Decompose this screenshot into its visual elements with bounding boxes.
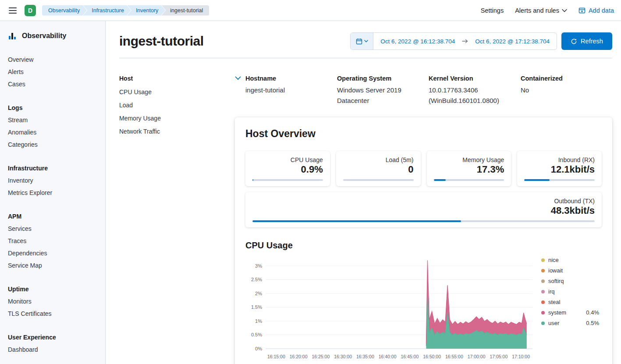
sidebar-group-apm: APM [0, 210, 105, 223]
refresh-icon [571, 38, 577, 45]
alerts-rules-menu[interactable]: Alerts and rules [515, 7, 567, 14]
legend-dot [541, 269, 545, 272]
legend-label: irq [548, 288, 554, 295]
sidebar-item-dashboard[interactable]: Dashboard [0, 343, 105, 356]
svg-text:16:45:00: 16:45:00 [401, 354, 419, 359]
legend-label: softirq [548, 278, 564, 284]
subnav-items: CPU UsageLoadMemory UsageNetwork Traffic [119, 85, 235, 138]
svg-text:2.5%: 2.5% [251, 277, 262, 282]
metric-progress-fill [252, 179, 253, 181]
metric-tiles: CPU Usage0.9%Load (5m)0Memory Usage17.3%… [245, 151, 602, 227]
svg-text:2%: 2% [255, 291, 262, 296]
subnav-item-load[interactable]: Load [119, 99, 235, 112]
metric-progress [343, 179, 414, 181]
add-data-link[interactable]: Add data [578, 7, 614, 14]
page-title: ingest-tutorial [119, 34, 204, 49]
sidebar-title: Observability [22, 32, 66, 40]
svg-text:0.5%: 0.5% [251, 332, 262, 337]
legend-dot [541, 300, 545, 304]
svg-text:3%: 3% [255, 263, 262, 269]
chevron-down-icon [364, 40, 368, 42]
legend-item-softirq[interactable]: softirq [541, 278, 599, 284]
subnav-item-cpu-usage[interactable]: CPU Usage [119, 85, 235, 99]
metric-label: Memory Usage [434, 156, 504, 163]
sidebar-item-alerts[interactable]: Alerts [0, 66, 105, 78]
svg-text:1%: 1% [255, 318, 262, 324]
cpu-usage-title: CPU Usage [245, 240, 602, 251]
cpu-usage-chart[interactable]: 0%0.5%1%1.5%2%2.5%3%16:15:0016:20:0016:2… [245, 253, 537, 363]
chart-legend: niceiowaitsoftirqirqstealsystem0.4%user0… [541, 253, 599, 326]
sidebar-item-categories[interactable]: Categories [0, 138, 105, 151]
metric-label: CPU Usage [252, 156, 323, 163]
host-metadata: Hostnameingest-tutorialOperating SystemW… [235, 75, 612, 106]
svg-text:16:25:00: 16:25:00 [312, 354, 330, 359]
breadcrumb-inventory[interactable]: Inventory [127, 5, 165, 16]
settings-link[interactable]: Settings [481, 7, 504, 14]
sidebar-group-user-experience: User Experience [0, 331, 105, 343]
sidebar-item-anomalies[interactable]: Anomalies [0, 126, 105, 138]
breadcrumb-observability[interactable]: Observability [42, 5, 87, 16]
subnav-heading: Host [119, 75, 235, 85]
observability-logo-icon [8, 32, 17, 40]
metric-label: Inbound (RX) [524, 156, 595, 163]
host-subnav: Host CPU UsageLoadMemory UsageNetwork Tr… [119, 75, 235, 364]
metadata-grid: Hostnameingest-tutorialOperating SystemW… [245, 75, 612, 106]
legend-item-steal[interactable]: steal [541, 299, 599, 305]
metadata-label: Containerized [521, 75, 612, 82]
metric-value: 48.3kbit/s [252, 205, 595, 216]
space-avatar[interactable]: D [25, 5, 36, 16]
sidebar-item-inventory[interactable]: Inventory [0, 174, 105, 187]
date-start[interactable]: Oct 6, 2022 @ 16:12:38.704 [373, 38, 462, 45]
metric-tile-memory-usage: Memory Usage17.3% [427, 151, 511, 186]
sidebar-group-logs: Logs [0, 102, 105, 114]
metric-tile-load-5m: Load (5m)0 [336, 151, 421, 186]
legend-item-irq[interactable]: irq [541, 288, 599, 295]
menu-icon[interactable] [7, 6, 18, 15]
legend-dot [541, 279, 545, 283]
sidebar-item-stream[interactable]: Stream [0, 114, 105, 126]
sidebar-item-services[interactable]: Services [0, 223, 105, 235]
host-detail: Hostnameingest-tutorialOperating SystemW… [235, 75, 612, 364]
subnav-item-network-traffic[interactable]: Network Traffic [119, 125, 235, 138]
legend-label: system [548, 309, 566, 316]
add-data-icon [578, 7, 586, 14]
metric-progress-fill [252, 220, 461, 222]
metric-value: 17.3% [434, 164, 504, 175]
metric-tile-outbound-tx: Outbound (TX)48.3kbit/s [245, 192, 602, 227]
legend-label: user [548, 320, 559, 326]
metric-progress-fill [434, 179, 446, 181]
legend-item-iowait[interactable]: iowait [541, 267, 599, 274]
metric-progress [434, 179, 504, 181]
sidebar-item-cases[interactable]: Cases [0, 78, 105, 90]
legend-item-nice[interactable]: nice [541, 257, 599, 263]
chevron-down-icon [562, 9, 567, 12]
legend-item-user[interactable]: user0.5% [541, 320, 599, 326]
sidebar-item-traces[interactable]: Traces [0, 235, 105, 247]
svg-text:1.5%: 1.5% [251, 304, 262, 310]
title-divider [119, 58, 612, 58]
date-end[interactable]: Oct 6, 2022 @ 17:12:38.704 [468, 38, 557, 45]
metadata-value: No [521, 85, 612, 95]
metric-progress [252, 179, 323, 181]
refresh-label: Refresh [581, 38, 603, 45]
legend-label: iowait [548, 267, 563, 274]
sidebar-item-overview[interactable]: Overview [0, 53, 105, 66]
metric-tile-cpu-usage: CPU Usage0.9% [245, 151, 330, 186]
legend-value: 0.4% [586, 309, 599, 316]
legend-item-system[interactable]: system0.4% [541, 309, 599, 316]
date-quick-select-button[interactable] [351, 33, 373, 49]
collapse-chevron-icon[interactable] [235, 76, 241, 80]
svg-text:17:00:00: 17:00:00 [468, 354, 486, 359]
sidebar-item-service-map[interactable]: Service Map [0, 259, 105, 272]
svg-text:16:20:00: 16:20:00 [290, 354, 308, 359]
sidebar-item-monitors[interactable]: Monitors [0, 295, 105, 307]
svg-text:16:50:00: 16:50:00 [423, 354, 441, 359]
breadcrumb-infrastructure[interactable]: Infrastructure [83, 5, 131, 16]
sidebar-item-dependencies[interactable]: Dependencies [0, 247, 105, 259]
add-data-label: Add data [589, 7, 614, 14]
sidebar-item-tls-certificates[interactable]: TLS Certificates [0, 307, 105, 320]
sidebar-item-metrics-explorer[interactable]: Metrics Explorer [0, 187, 105, 199]
subnav-item-memory-usage[interactable]: Memory Usage [119, 112, 235, 125]
refresh-button[interactable]: Refresh [561, 32, 612, 50]
sidebar-header: Observability [0, 32, 105, 40]
